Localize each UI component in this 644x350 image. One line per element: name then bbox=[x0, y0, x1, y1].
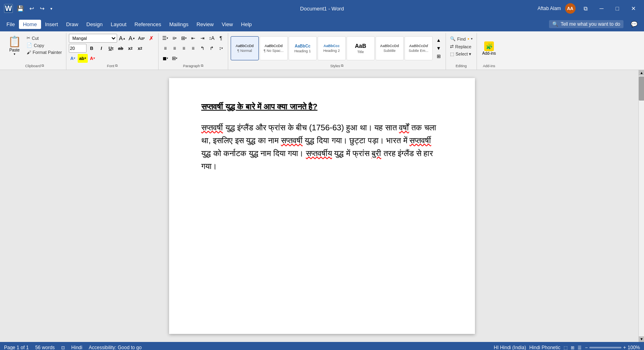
menu-design[interactable]: Design bbox=[83, 20, 107, 29]
text-effects-button[interactable]: A▾ bbox=[69, 54, 77, 63]
styles-group-label: Styles ⧉ bbox=[231, 63, 443, 69]
underline-button[interactable]: U▾ bbox=[107, 44, 116, 53]
accessibility[interactable]: Accessibility: Good to go bbox=[89, 345, 141, 350]
redo-button[interactable]: ↪ bbox=[38, 4, 46, 12]
copy-button[interactable]: 📄 Copy bbox=[25, 42, 64, 49]
menu-help[interactable]: Help bbox=[237, 20, 256, 29]
document-body[interactable]: सप्तवर्षी युद्ध इंग्लैंड और फ्रांस के बी… bbox=[201, 121, 443, 173]
rtl-button[interactable]: ↰ bbox=[198, 44, 207, 53]
restore-window-button[interactable]: ⧉ bbox=[580, 4, 592, 14]
sort-button[interactable]: ↕A bbox=[207, 34, 216, 43]
style-subtitle[interactable]: AaBbCcDd Subtitle bbox=[376, 36, 404, 60]
increase-indent-button[interactable]: ⇥ bbox=[198, 34, 207, 43]
font-grow-button[interactable]: A▲ bbox=[118, 34, 127, 43]
addins-group-label: Add-ins bbox=[479, 63, 499, 69]
save-button[interactable]: 💾 bbox=[15, 4, 25, 12]
minimize-button[interactable]: ─ bbox=[596, 4, 608, 13]
superscript-button[interactable]: x2 bbox=[136, 44, 144, 53]
menu-layout[interactable]: Layout bbox=[107, 20, 130, 29]
maximize-button[interactable]: □ bbox=[612, 4, 623, 13]
close-button[interactable]: ✕ bbox=[627, 4, 640, 13]
font-size-input[interactable] bbox=[69, 44, 87, 53]
comments-button[interactable]: 💬 bbox=[627, 19, 642, 29]
paragraph-expand-icon[interactable]: ⧉ bbox=[201, 64, 203, 68]
menu-mailings[interactable]: Mailings bbox=[165, 20, 193, 29]
numbering-button[interactable]: ≡▾ bbox=[170, 34, 179, 43]
bold-button[interactable]: B bbox=[87, 44, 96, 53]
style-normal[interactable]: AaBbCcDd ¶ Normal bbox=[231, 36, 259, 60]
zoom-slider[interactable] bbox=[589, 347, 621, 348]
replace-button[interactable]: ⇄ Replace bbox=[448, 43, 473, 50]
menu-file[interactable]: File bbox=[2, 20, 19, 29]
menu-review[interactable]: Review bbox=[192, 20, 218, 29]
align-right-button[interactable]: ≡ bbox=[180, 44, 188, 53]
style-heading2[interactable]: AaBbCcc Heading 2 bbox=[318, 36, 346, 60]
clipboard-expand-icon[interactable]: ⧉ bbox=[41, 64, 44, 68]
italic-button[interactable]: I bbox=[97, 44, 106, 53]
font-expand-icon[interactable]: ⧉ bbox=[115, 64, 118, 68]
menu-draw[interactable]: Draw bbox=[62, 20, 82, 29]
decrease-indent-button[interactable]: ⇤ bbox=[189, 34, 198, 43]
styles-scroll-down[interactable]: ▼ bbox=[434, 45, 443, 52]
view-icon2[interactable]: ☰ bbox=[578, 345, 582, 350]
show-formatting-button[interactable]: ¶ bbox=[217, 34, 225, 43]
change-case-button[interactable]: Aa▾ bbox=[137, 34, 146, 43]
cut-button[interactable]: ✂ Cut bbox=[25, 35, 64, 41]
input-method2[interactable]: Hindi Phonetic bbox=[529, 345, 560, 350]
ltr-button[interactable]: ↱ bbox=[207, 44, 216, 53]
bullets-button[interactable]: ☰▾ bbox=[161, 34, 170, 43]
document-area: सप्तवर्षी युद्ध के बारे में आप क्या जानत… bbox=[0, 70, 644, 342]
align-center-button[interactable]: ≡ bbox=[170, 44, 179, 53]
menu-insert[interactable]: Insert bbox=[41, 20, 62, 29]
paste-button[interactable]: 📋 Paste ▾ bbox=[6, 34, 23, 58]
scroll-thumb[interactable] bbox=[639, 76, 644, 101]
styles-scroll-up[interactable]: ▲ bbox=[434, 37, 443, 44]
clear-format-button[interactable]: ✗ bbox=[147, 34, 156, 43]
subscript-button[interactable]: x2 bbox=[126, 44, 135, 53]
undo-button[interactable]: ↩ bbox=[28, 4, 36, 12]
customize-qat-button[interactable]: ▾ bbox=[49, 6, 54, 12]
borders-button[interactable]: ⊞▾ bbox=[170, 54, 179, 63]
zoom-in-icon[interactable]: + bbox=[623, 345, 626, 350]
zoom-out-icon[interactable]: − bbox=[585, 345, 588, 350]
style-heading1[interactable]: AaBbCc Heading 1 bbox=[289, 36, 317, 60]
style-no-spacing[interactable]: AaBbCcDd ¶ No Spac... bbox=[260, 36, 288, 60]
styles-expand-icon[interactable]: ⧉ bbox=[341, 64, 343, 68]
font-group: Mangal A▲ A▼ Aa▾ ✗ B I U▾ ab x2 x2 bbox=[66, 33, 159, 70]
search-box[interactable]: 🔍 Tell me what you want to do bbox=[549, 20, 623, 28]
scroll-down-arrow[interactable]: ▼ bbox=[639, 336, 644, 342]
strikethrough-button[interactable]: ab bbox=[116, 44, 125, 53]
format-painter-button[interactable]: 🖌 Format Painter bbox=[25, 49, 64, 56]
addins-label: Add-ins bbox=[482, 51, 496, 56]
multilevel-list-button[interactable]: ⊞▾ bbox=[180, 34, 188, 43]
highlight-button[interactable]: ab▾ bbox=[78, 54, 88, 63]
align-left-button[interactable]: ≡ bbox=[161, 44, 170, 53]
style-no-spacing-preview: AaBbCcDd bbox=[264, 44, 283, 48]
cut-label: Cut bbox=[32, 36, 39, 41]
font-color-button[interactable]: A▾ bbox=[89, 54, 97, 63]
vertical-scrollbar[interactable]: ▲ ▼ bbox=[638, 70, 644, 342]
scroll-up-arrow[interactable]: ▲ bbox=[639, 70, 644, 76]
addins-button[interactable]: 🧩 Add-ins bbox=[480, 40, 498, 57]
font-shrink-button[interactable]: A▼ bbox=[128, 34, 136, 43]
line-spacing-button[interactable]: ↕▾ bbox=[217, 44, 225, 53]
justify-button[interactable]: ≡ bbox=[189, 44, 198, 53]
document-page[interactable]: सप्तवर्षी युद्ध के बारे में आप क्या जानत… bbox=[169, 78, 475, 334]
menu-references[interactable]: References bbox=[130, 20, 165, 29]
select-button[interactable]: ⬚ Select ▾ bbox=[448, 51, 473, 58]
menu-home[interactable]: Home bbox=[19, 20, 41, 29]
user-avatar[interactable]: AA bbox=[565, 3, 576, 14]
menu-view[interactable]: View bbox=[218, 20, 237, 29]
language[interactable]: Hindi bbox=[71, 345, 82, 350]
styles-expand[interactable]: ⊞ bbox=[434, 53, 443, 60]
view-icon1[interactable]: ⊞ bbox=[571, 345, 574, 350]
font-family-select[interactable]: Mangal bbox=[69, 34, 117, 43]
page-info: Page 1 of 1 bbox=[4, 345, 29, 350]
style-title[interactable]: AaB Title bbox=[347, 36, 375, 60]
editing-group-label: Editing bbox=[448, 63, 474, 69]
zoom-control[interactable]: − + 100% bbox=[585, 345, 640, 350]
find-button[interactable]: 🔍 Find ● ▾ bbox=[448, 35, 474, 42]
input-method1[interactable]: HI Hindi (India) bbox=[494, 345, 526, 350]
style-subtle-em[interactable]: AaBbCcDd Subtle Em... bbox=[405, 36, 433, 60]
shading-button[interactable]: ◼▾ bbox=[161, 54, 170, 63]
